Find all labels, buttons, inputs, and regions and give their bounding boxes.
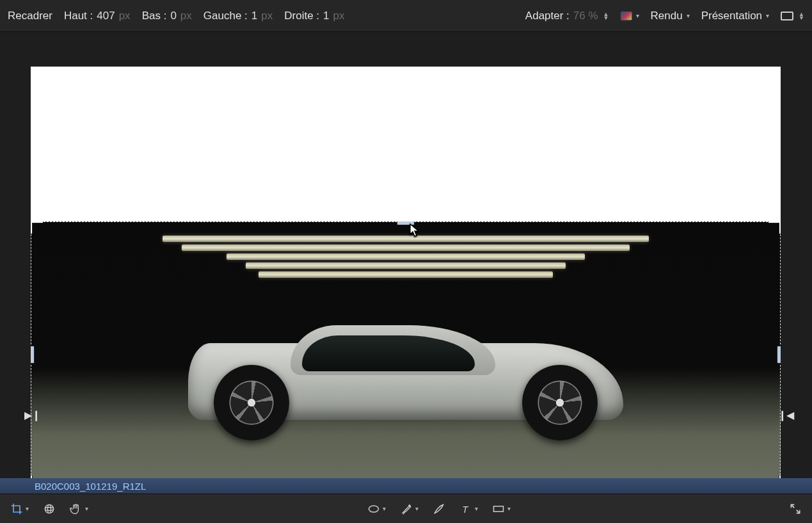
viewer-canvas[interactable]: ▶❙ ❙◀ [0,32,812,478]
svg-point-0 [45,504,53,513]
expand-icon [789,503,802,515]
crop-right-unit: px [333,10,345,22]
chevron-down-icon: ▾ [766,12,769,19]
crop-right-label: Droite : [284,10,319,22]
playhead-row: ▶❙ ❙◀ [24,409,794,421]
brush-tool-button[interactable] [433,503,445,515]
hand-icon [70,503,83,515]
clip-name-bar: B020C003_101219_R1ZL [0,478,812,494]
rect-mask-icon [492,503,505,515]
text-tool-button[interactable]: T ▾ [459,503,478,515]
svg-rect-6 [493,506,503,511]
3d-orbit-icon [43,503,56,515]
ellipse-mask-button[interactable]: ▾ [367,503,386,515]
svg-point-3 [369,506,378,512]
crop-right-value: 1 [323,10,329,22]
3d-orbit-button[interactable] [43,503,56,515]
crop-icon [10,503,23,515]
rgb-swatch-icon [621,12,632,20]
crop-left-value: 1 [251,10,257,22]
in-point-icon[interactable]: ▶❙ [24,409,40,421]
stepper-icon: ▲▼ [603,12,609,20]
zoom-fit-dropdown[interactable]: Adapter : 76 % ▲▼ [525,10,609,22]
crop-edge-handle-right[interactable] [777,346,781,364]
chevron-down-icon: ▾ [475,505,478,512]
crop-bottom-unit: px [180,10,192,22]
text-icon: T [459,503,472,515]
svg-text:T: T [462,503,469,514]
image-content-lights [163,233,649,280]
render-label: Rendu [651,10,683,22]
hand-tool-button[interactable]: ▾ [70,503,88,515]
stepper-icon: ▲▼ [799,12,804,20]
presentation-dropdown[interactable]: Présentation ▾ [701,10,769,22]
crop-right-field[interactable]: Droite : 1 px [284,10,344,22]
viewer-tool-row: ▾ ▾ ▾ ▾ T ▾ ▾ [0,494,812,523]
chevron-down-icon: ▾ [85,505,88,512]
pen-tool-icon [400,503,413,515]
tool-name: Recadrer [8,10,52,22]
brush-icon [433,503,445,515]
rect-mask-button[interactable]: ▾ [492,503,511,515]
pen-tool-button[interactable]: ▾ [400,503,418,515]
crop-toolbar: Recadrer Haut : 407 px Bas : 0 px Gauche… [0,0,812,32]
render-dropdown[interactable]: Rendu ▾ [651,10,690,22]
expand-viewer-button[interactable] [789,503,802,515]
crop-top-field[interactable]: Haut : 407 px [64,10,131,22]
chevron-down-icon: ▾ [687,12,690,19]
clip-name: B020C003_101219_R1ZL [35,481,146,492]
crop-edge-handle-top[interactable] [397,221,415,225]
presentation-label: Présentation [701,10,762,22]
crop-corner-handle-tl[interactable] [31,221,44,235]
crop-bottom-value: 0 [170,10,176,22]
svg-point-2 [48,504,51,513]
zoom-fit-value: 76 % [573,10,598,22]
crop-left-field[interactable]: Gauche : 1 px [203,10,273,22]
monitor-icon [781,12,793,20]
crop-top-unit: px [119,10,131,22]
chevron-down-icon: ▾ [383,505,386,512]
crop-corner-handle-bl[interactable] [31,474,44,478]
ellipse-mask-icon [367,503,380,515]
out-point-icon[interactable]: ❙◀ [778,409,794,421]
svg-point-4 [408,504,410,506]
chevron-down-icon: ▾ [636,12,639,19]
chevron-down-icon: ▾ [415,505,418,512]
crop-corner-handle-br[interactable] [767,474,781,478]
zoom-fit-label: Adapter : [525,10,569,22]
crop-top-label: Haut : [64,10,93,22]
color-channel-dropdown[interactable]: ▾ [621,12,639,20]
crop-corner-handle-tr[interactable] [767,221,781,235]
chevron-down-icon: ▾ [507,505,511,512]
crop-top-value: 407 [97,10,115,22]
crop-left-unit: px [261,10,273,22]
display-aspect-dropdown[interactable]: ▲▼ [781,12,804,20]
svg-point-1 [45,507,53,510]
cropped-image-area[interactable] [31,221,781,478]
crop-edge-handle-left[interactable] [31,346,35,364]
crop-left-label: Gauche : [203,10,248,22]
crop-bottom-label: Bas : [142,10,167,22]
crop-bottom-field[interactable]: Bas : 0 px [142,10,192,22]
uncropped-area [31,67,781,221]
crop-tool-button[interactable]: ▾ [10,503,29,515]
chevron-down-icon: ▾ [26,505,29,512]
image-content-car [163,309,649,449]
